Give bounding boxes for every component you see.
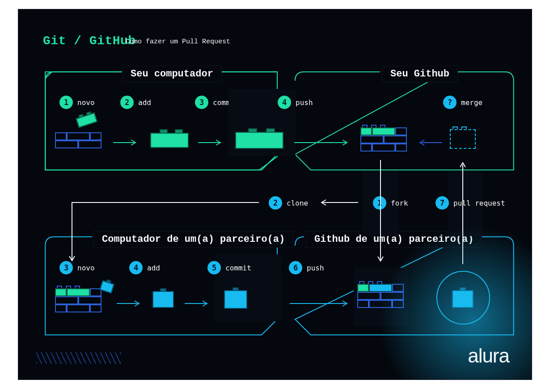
- badge-icon: 5: [207, 261, 221, 274]
- commit-block-icon: [235, 128, 283, 149]
- quadrant-label-your-github: Seu Github: [382, 66, 458, 82]
- step-label: add: [138, 98, 151, 107]
- badge-icon: 2: [120, 96, 134, 109]
- page-title: Git / GitHub: [43, 34, 136, 48]
- step-partner-novo: 3 novo: [59, 261, 95, 274]
- arrow-icon: [197, 138, 224, 147]
- arrow-icon: [116, 299, 143, 308]
- arrow-icon: [184, 299, 211, 308]
- step-partner-add: 4 add: [129, 261, 160, 274]
- diagram-card: Git / GitHub Como fazer um Pull Request …: [18, 9, 532, 380]
- question-badge-icon: ?: [443, 96, 457, 109]
- badge-icon: 4: [129, 261, 143, 274]
- new-block-icon: [75, 110, 97, 128]
- staged-block-icon: [150, 129, 189, 148]
- page-subtitle: Como fazer um Pull Request: [126, 38, 230, 46]
- step-add: 2 add: [120, 96, 151, 109]
- step-label: fork: [391, 199, 408, 207]
- step-pull-request: 7 pull request: [436, 196, 505, 210]
- partner-repo-wall-icon: [55, 286, 104, 312]
- badge-icon: 1: [59, 96, 73, 109]
- step-label: add: [147, 264, 160, 272]
- arrow-icon: [293, 138, 351, 147]
- arrow-up-icon: [458, 159, 467, 266]
- partner-github-repo-icon: [357, 281, 406, 308]
- step-push: 4 push: [278, 96, 313, 109]
- badge-icon: 6: [289, 261, 302, 274]
- step-novo: 1 novo: [59, 96, 95, 109]
- badge-icon: 4: [278, 96, 291, 109]
- repo-wall-icon: [55, 132, 104, 148]
- step-merge: ? merge: [443, 96, 482, 109]
- badge-icon: 3: [59, 261, 73, 274]
- pull-request-cube-icon: [452, 287, 474, 308]
- arrow-icon: [112, 138, 139, 147]
- arrow-left-icon: [416, 138, 443, 147]
- step-label: novo: [77, 98, 95, 107]
- step-label: push: [296, 98, 313, 107]
- merge-target-icon: [450, 126, 476, 149]
- step-label: novo: [77, 264, 95, 272]
- step-label: push: [307, 264, 324, 272]
- commit-cube-icon: [224, 287, 247, 309]
- badge-icon: 7: [436, 196, 449, 210]
- hatch-decoration-icon: [36, 352, 121, 364]
- arrow-down-icon: [376, 159, 385, 266]
- staged-cube-icon: [152, 288, 174, 308]
- badge-icon: 3: [195, 96, 208, 109]
- brand-logo: alura: [468, 345, 509, 367]
- step-partner-commit: 5 commit: [207, 261, 251, 274]
- quadrant-label-your-computer: Seu computador: [122, 66, 222, 82]
- step-label: commit: [225, 264, 251, 272]
- arrow-icon: [289, 299, 351, 308]
- step-label: merge: [461, 98, 482, 107]
- step-partner-push: 6 push: [289, 261, 324, 274]
- github-repo-icon: [360, 125, 410, 152]
